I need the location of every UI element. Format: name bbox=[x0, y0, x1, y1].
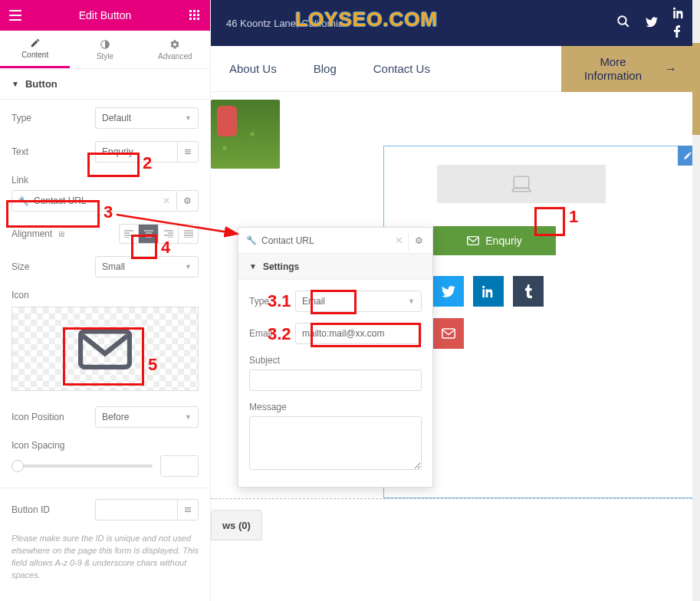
popup-email-input[interactable] bbox=[295, 323, 422, 344]
svg-rect-0 bbox=[189, 10, 192, 12]
close-icon[interactable]: ✕ bbox=[163, 195, 170, 206]
size-label: Size bbox=[12, 261, 95, 272]
row-icon-spacing: Icon Spacing bbox=[12, 440, 199, 477]
social-linkedin[interactable] bbox=[473, 276, 504, 307]
gear-icon[interactable]: ⚙ bbox=[408, 230, 429, 251]
popup-subject-input[interactable] bbox=[249, 369, 422, 391]
popup-type-value: Email bbox=[302, 296, 325, 307]
text-label: Text bbox=[12, 146, 95, 157]
text-input[interactable] bbox=[95, 141, 177, 163]
tab-advanced[interactable]: Advanced bbox=[140, 31, 210, 68]
size-select-value: Small bbox=[102, 261, 125, 272]
linkedin-icon[interactable] bbox=[673, 7, 685, 21]
editor-panel: Edit Button Content Style Advanced ▼ But… bbox=[0, 0, 211, 601]
apps-icon[interactable] bbox=[179, 0, 210, 31]
annotation-num-4: 4 bbox=[161, 238, 170, 258]
dynamic-tags-icon[interactable] bbox=[177, 499, 199, 521]
tab-content[interactable]: Content bbox=[0, 31, 70, 68]
svg-point-11 bbox=[618, 16, 626, 25]
row-size: Size Small ▼ bbox=[12, 256, 199, 278]
link-tag-label: Contact URL bbox=[34, 195, 87, 206]
link-dynamic-tag[interactable]: 🔧 Contact URL ✕ bbox=[12, 190, 177, 212]
scrollbar[interactable] bbox=[692, 0, 700, 601]
popup-type-select[interactable]: Email ▼ bbox=[295, 291, 422, 312]
chevron-down-icon: ▼ bbox=[185, 263, 192, 271]
cta-text: MoreInformation bbox=[584, 55, 642, 83]
site-topbar: 46 Koontz Lane, California LOYSEO.COM bbox=[211, 0, 700, 46]
cta-button[interactable]: MoreInformation → bbox=[561, 46, 700, 92]
reviews-tab[interactable]: ws (0) bbox=[211, 510, 262, 540]
icon-position-label: Icon Position bbox=[12, 412, 95, 422]
contact-url-popup: 🔧 Contact URL ✕ ⚙ ▼ Settings Type Email … bbox=[238, 227, 433, 488]
tab-content-label: Content bbox=[21, 51, 48, 59]
button-id-label: Button ID bbox=[12, 504, 95, 515]
tab-style[interactable]: Style bbox=[70, 31, 140, 68]
icon-spacing-slider[interactable] bbox=[12, 465, 153, 468]
annotation-num-1: 1 bbox=[569, 207, 578, 227]
envelope-icon bbox=[467, 236, 479, 245]
scrollbar-thumb[interactable] bbox=[692, 43, 700, 135]
icon-position-value: Before bbox=[102, 412, 129, 422]
annotation-num-31: 3.1 bbox=[268, 291, 291, 311]
pencil-icon bbox=[30, 38, 41, 48]
popup-message-label: Message bbox=[249, 402, 422, 412]
svg-rect-1 bbox=[193, 10, 196, 12]
envelope-icon bbox=[78, 328, 132, 370]
type-label: Type bbox=[12, 113, 95, 123]
popup-section-label: Settings bbox=[263, 261, 299, 272]
section-button-label: Button bbox=[25, 78, 58, 90]
nav-contact[interactable]: Contact Us bbox=[355, 62, 449, 75]
menu-icon[interactable] bbox=[0, 0, 31, 31]
responsive-icon[interactable]: 🖥 bbox=[57, 229, 65, 238]
svg-rect-6 bbox=[189, 18, 192, 20]
popup-message-input[interactable] bbox=[249, 416, 422, 470]
twitter-icon[interactable] bbox=[646, 17, 658, 30]
link-label: Link bbox=[12, 175, 199, 186]
search-icon[interactable] bbox=[616, 15, 630, 31]
close-icon[interactable]: ✕ bbox=[395, 235, 403, 246]
arrow-right-icon: → bbox=[665, 62, 677, 76]
panel-header: Edit Button bbox=[0, 0, 210, 31]
popup-title: Contact URL bbox=[261, 235, 314, 246]
dynamic-tags-icon[interactable] bbox=[177, 141, 199, 163]
tab-style-label: Style bbox=[97, 52, 113, 61]
row-text: Text bbox=[12, 141, 199, 163]
svg-rect-14 bbox=[442, 329, 455, 338]
nav-about[interactable]: About Us bbox=[211, 62, 295, 75]
facebook-icon[interactable] bbox=[673, 25, 685, 40]
slider-thumb[interactable] bbox=[12, 460, 24, 472]
popup-header: 🔧 Contact URL ✕ ⚙ bbox=[238, 228, 432, 254]
svg-rect-8 bbox=[197, 18, 199, 20]
enquiry-button[interactable]: Enquriy bbox=[433, 226, 556, 255]
link-options-icon[interactable]: ⚙ bbox=[177, 190, 199, 212]
row-type: Type Default ▼ bbox=[12, 107, 199, 129]
icon-preview[interactable] bbox=[12, 307, 199, 391]
align-justify[interactable] bbox=[179, 224, 199, 244]
align-center[interactable] bbox=[139, 224, 159, 244]
size-select[interactable]: Small ▼ bbox=[95, 256, 199, 278]
align-left[interactable] bbox=[119, 224, 139, 244]
svg-rect-10 bbox=[81, 331, 130, 367]
row-icon-position: Icon Position Before ▼ bbox=[12, 406, 199, 428]
icon-spacing-input[interactable] bbox=[160, 455, 199, 477]
placeholder-widget bbox=[437, 165, 606, 203]
site-navbar: About Us Blog Contact Us MoreInformation… bbox=[211, 46, 700, 92]
type-select[interactable]: Default ▼ bbox=[95, 107, 199, 129]
contrast-icon bbox=[100, 39, 110, 50]
nav-blog[interactable]: Blog bbox=[295, 62, 355, 75]
button-id-hint: Please make sure the ID is unique and no… bbox=[12, 533, 199, 582]
section-button-header[interactable]: ▼ Button bbox=[0, 69, 210, 100]
alignment-group bbox=[119, 224, 199, 244]
annotation-num-3: 3 bbox=[104, 202, 113, 222]
panel-title: Edit Button bbox=[31, 9, 179, 21]
social-twitter[interactable] bbox=[433, 276, 464, 307]
social-tumblr[interactable] bbox=[513, 276, 544, 307]
chevron-down-icon: ▼ bbox=[185, 114, 192, 122]
row-button-id: Button ID bbox=[12, 499, 199, 521]
icon-position-select[interactable]: Before ▼ bbox=[95, 406, 199, 428]
canvas: Enquriy ws (0) attis, pulvinar dapibus l… bbox=[211, 92, 700, 100]
social-mail[interactable] bbox=[433, 318, 464, 349]
svg-rect-13 bbox=[468, 237, 479, 245]
button-id-input[interactable] bbox=[95, 499, 177, 521]
popup-section-header[interactable]: ▼ Settings bbox=[238, 254, 432, 280]
